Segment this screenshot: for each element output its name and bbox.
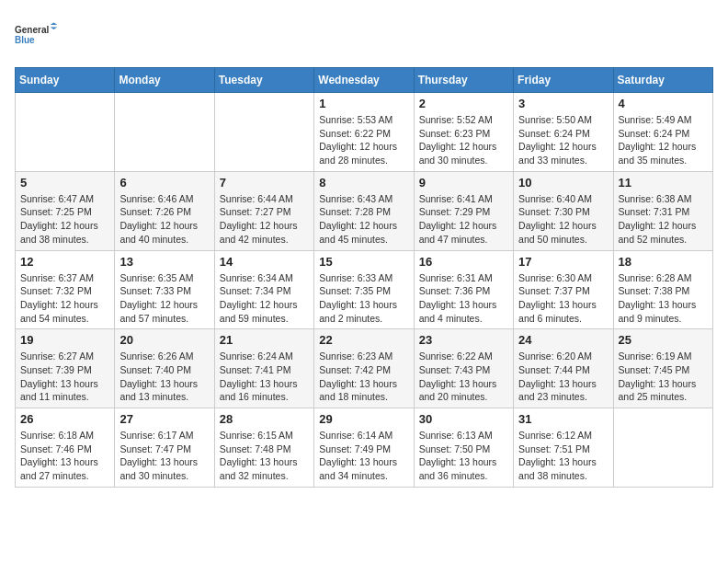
day-info: Sunrise: 6:26 AM Sunset: 7:40 PM Dayligh… bbox=[119, 350, 209, 404]
calendar-cell: 17Sunrise: 6:30 AM Sunset: 7:37 PM Dayli… bbox=[514, 250, 613, 329]
weekday-header-tuesday: Tuesday bbox=[214, 68, 313, 93]
calendar-cell: 25Sunrise: 6:19 AM Sunset: 7:45 PM Dayli… bbox=[613, 329, 712, 408]
day-info: Sunrise: 6:23 AM Sunset: 7:42 PM Dayligh… bbox=[319, 350, 408, 404]
day-info: Sunrise: 6:44 AM Sunset: 7:27 PM Dayligh… bbox=[220, 192, 309, 247]
svg-text:General: General bbox=[15, 25, 49, 35]
calendar-cell: 29Sunrise: 6:14 AM Sunset: 7:49 PM Dayli… bbox=[314, 408, 414, 488]
day-info: Sunrise: 6:41 AM Sunset: 7:29 PM Dayligh… bbox=[419, 192, 508, 247]
calendar-cell: 15Sunrise: 6:33 AM Sunset: 7:35 PM Dayli… bbox=[314, 250, 414, 329]
calendar-cell: 18Sunrise: 6:28 AM Sunset: 7:38 PM Dayli… bbox=[613, 250, 712, 329]
day-info: Sunrise: 6:14 AM Sunset: 7:49 PM Dayligh… bbox=[319, 429, 408, 483]
day-number: 18 bbox=[619, 255, 708, 269]
day-number: 24 bbox=[518, 333, 608, 347]
day-info: Sunrise: 6:34 AM Sunset: 7:34 PM Dayligh… bbox=[220, 271, 309, 326]
calendar-cell bbox=[115, 93, 214, 172]
day-info: Sunrise: 6:22 AM Sunset: 7:43 PM Dayligh… bbox=[419, 350, 508, 404]
weekday-header-saturday: Saturday bbox=[613, 68, 712, 93]
day-number: 27 bbox=[119, 412, 209, 426]
day-info: Sunrise: 6:40 AM Sunset: 7:30 PM Dayligh… bbox=[518, 192, 608, 247]
day-info: Sunrise: 6:15 AM Sunset: 7:48 PM Dayligh… bbox=[220, 429, 309, 483]
day-info: Sunrise: 6:30 AM Sunset: 7:37 PM Dayligh… bbox=[518, 271, 608, 326]
calendar-cell: 2Sunrise: 5:52 AM Sunset: 6:23 PM Daylig… bbox=[414, 93, 513, 172]
page-header: General Blue bbox=[15, 15, 713, 56]
day-number: 28 bbox=[220, 412, 309, 426]
day-info: Sunrise: 6:43 AM Sunset: 7:28 PM Dayligh… bbox=[319, 192, 408, 247]
weekday-header-wednesday: Wednesday bbox=[314, 68, 414, 93]
calendar-cell: 31Sunrise: 6:12 AM Sunset: 7:51 PM Dayli… bbox=[514, 408, 613, 488]
day-number: 14 bbox=[220, 255, 309, 269]
calendar-cell: 30Sunrise: 6:13 AM Sunset: 7:50 PM Dayli… bbox=[414, 408, 513, 488]
day-number: 10 bbox=[518, 176, 608, 190]
calendar-cell: 11Sunrise: 6:38 AM Sunset: 7:31 PM Dayli… bbox=[613, 171, 712, 250]
day-info: Sunrise: 5:52 AM Sunset: 6:23 PM Dayligh… bbox=[419, 113, 508, 167]
day-number: 5 bbox=[20, 176, 109, 190]
day-info: Sunrise: 6:19 AM Sunset: 7:45 PM Dayligh… bbox=[619, 350, 708, 404]
day-info: Sunrise: 6:24 AM Sunset: 7:41 PM Dayligh… bbox=[220, 350, 309, 404]
day-number: 1 bbox=[319, 97, 408, 110]
day-info: Sunrise: 6:20 AM Sunset: 7:44 PM Dayligh… bbox=[518, 350, 608, 404]
weekday-header-monday: Monday bbox=[115, 68, 214, 93]
calendar-cell bbox=[214, 93, 313, 172]
day-info: Sunrise: 6:28 AM Sunset: 7:38 PM Dayligh… bbox=[619, 271, 708, 326]
day-info: Sunrise: 6:46 AM Sunset: 7:26 PM Dayligh… bbox=[119, 192, 209, 247]
logo-svg: General Blue bbox=[15, 15, 61, 56]
calendar-cell: 28Sunrise: 6:15 AM Sunset: 7:48 PM Dayli… bbox=[214, 408, 313, 488]
weekday-header-friday: Friday bbox=[514, 68, 613, 93]
calendar-cell: 14Sunrise: 6:34 AM Sunset: 7:34 PM Dayli… bbox=[214, 250, 313, 329]
calendar-table: SundayMondayTuesdayWednesdayThursdayFrid… bbox=[15, 67, 713, 488]
day-number: 12 bbox=[20, 255, 109, 269]
day-number: 6 bbox=[119, 176, 209, 190]
day-number: 16 bbox=[419, 255, 508, 269]
calendar-cell: 23Sunrise: 6:22 AM Sunset: 7:43 PM Dayli… bbox=[414, 329, 513, 408]
day-number: 31 bbox=[518, 412, 608, 426]
calendar-cell bbox=[613, 408, 712, 488]
day-number: 21 bbox=[220, 333, 309, 347]
day-info: Sunrise: 6:47 AM Sunset: 7:25 PM Dayligh… bbox=[20, 192, 109, 247]
day-info: Sunrise: 5:53 AM Sunset: 6:22 PM Dayligh… bbox=[319, 113, 408, 167]
calendar-cell: 20Sunrise: 6:26 AM Sunset: 7:40 PM Dayli… bbox=[115, 329, 214, 408]
calendar-cell: 27Sunrise: 6:17 AM Sunset: 7:47 PM Dayli… bbox=[115, 408, 214, 488]
day-number: 22 bbox=[319, 333, 408, 347]
calendar-cell: 16Sunrise: 6:31 AM Sunset: 7:36 PM Dayli… bbox=[414, 250, 513, 329]
day-number: 19 bbox=[20, 333, 109, 347]
day-info: Sunrise: 5:49 AM Sunset: 6:24 PM Dayligh… bbox=[619, 113, 708, 167]
weekday-header-thursday: Thursday bbox=[414, 68, 513, 93]
day-number: 3 bbox=[518, 97, 608, 110]
weekday-header-sunday: Sunday bbox=[16, 68, 115, 93]
day-info: Sunrise: 6:33 AM Sunset: 7:35 PM Dayligh… bbox=[319, 271, 408, 326]
day-info: Sunrise: 6:13 AM Sunset: 7:50 PM Dayligh… bbox=[419, 429, 508, 483]
day-number: 4 bbox=[619, 97, 708, 110]
day-number: 7 bbox=[220, 176, 309, 190]
day-number: 2 bbox=[419, 97, 508, 110]
calendar-cell: 5Sunrise: 6:47 AM Sunset: 7:25 PM Daylig… bbox=[16, 171, 115, 250]
svg-text:Blue: Blue bbox=[15, 35, 35, 45]
day-number: 15 bbox=[319, 255, 408, 269]
calendar-cell: 7Sunrise: 6:44 AM Sunset: 7:27 PM Daylig… bbox=[214, 171, 313, 250]
calendar-cell: 22Sunrise: 6:23 AM Sunset: 7:42 PM Dayli… bbox=[314, 329, 414, 408]
calendar-cell: 12Sunrise: 6:37 AM Sunset: 7:32 PM Dayli… bbox=[16, 250, 115, 329]
svg-marker-2 bbox=[51, 22, 58, 25]
calendar-cell: 9Sunrise: 6:41 AM Sunset: 7:29 PM Daylig… bbox=[414, 171, 513, 250]
day-number: 29 bbox=[319, 412, 408, 426]
calendar-cell: 19Sunrise: 6:27 AM Sunset: 7:39 PM Dayli… bbox=[16, 329, 115, 408]
day-number: 17 bbox=[518, 255, 608, 269]
calendar-cell: 21Sunrise: 6:24 AM Sunset: 7:41 PM Dayli… bbox=[214, 329, 313, 408]
calendar-cell: 6Sunrise: 6:46 AM Sunset: 7:26 PM Daylig… bbox=[115, 171, 214, 250]
day-number: 11 bbox=[619, 176, 708, 190]
svg-marker-3 bbox=[51, 27, 58, 29]
calendar-cell: 4Sunrise: 5:49 AM Sunset: 6:24 PM Daylig… bbox=[613, 93, 712, 172]
day-info: Sunrise: 6:12 AM Sunset: 7:51 PM Dayligh… bbox=[518, 429, 608, 483]
day-number: 13 bbox=[119, 255, 209, 269]
calendar-cell: 8Sunrise: 6:43 AM Sunset: 7:28 PM Daylig… bbox=[314, 171, 414, 250]
calendar-cell: 10Sunrise: 6:40 AM Sunset: 7:30 PM Dayli… bbox=[514, 171, 613, 250]
calendar-cell: 26Sunrise: 6:18 AM Sunset: 7:46 PM Dayli… bbox=[16, 408, 115, 488]
day-info: Sunrise: 6:31 AM Sunset: 7:36 PM Dayligh… bbox=[419, 271, 508, 326]
day-number: 23 bbox=[419, 333, 508, 347]
day-number: 9 bbox=[419, 176, 508, 190]
calendar-cell: 13Sunrise: 6:35 AM Sunset: 7:33 PM Dayli… bbox=[115, 250, 214, 329]
day-number: 26 bbox=[20, 412, 109, 426]
calendar-cell bbox=[16, 93, 115, 172]
calendar-cell: 1Sunrise: 5:53 AM Sunset: 6:22 PM Daylig… bbox=[314, 93, 414, 172]
day-number: 20 bbox=[119, 333, 209, 347]
day-info: Sunrise: 6:38 AM Sunset: 7:31 PM Dayligh… bbox=[619, 192, 708, 247]
